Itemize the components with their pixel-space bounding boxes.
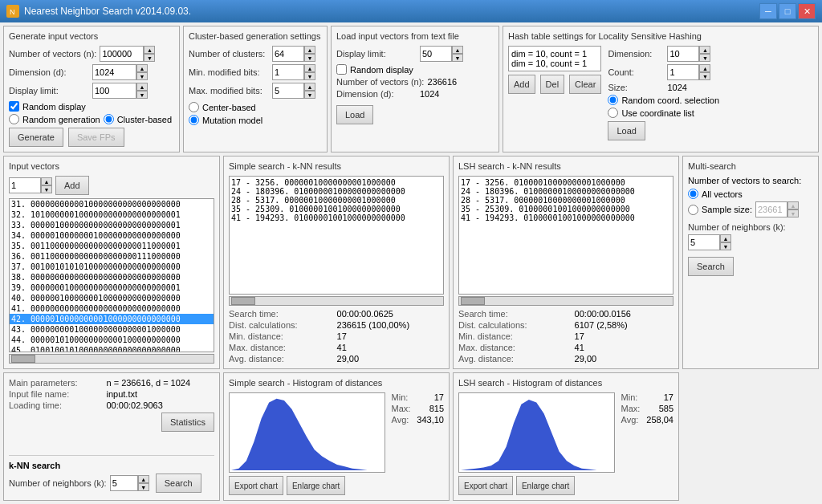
vector-scrollbar-h[interactable] [9, 354, 214, 364]
vector-item[interactable]: 35. 0011000000000000000000011000001 [10, 241, 214, 251]
hash-del-button[interactable]: Del [540, 75, 565, 94]
d-input[interactable] [92, 64, 136, 80]
vector-item[interactable]: 33. 0000010000000000000000000000001 [10, 220, 214, 230]
random-display2-checkbox[interactable] [336, 64, 347, 75]
lsh-results-box[interactable]: 17 - 3256. 0100001000000000100000024 - 1… [458, 176, 673, 295]
hash-count-up[interactable]: ▲ [699, 64, 710, 72]
vector-list[interactable]: 31. 000000000001000000000000000000032. 1… [9, 198, 214, 352]
sample-up[interactable]: ▲ [787, 201, 799, 209]
vector-item[interactable]: 43. 0000000001000000000000001000000 [10, 324, 214, 335]
limit-down[interactable]: ▼ [136, 91, 148, 99]
simple-scrollbar-thumb[interactable] [231, 297, 255, 305]
multi-k-up[interactable]: ▲ [720, 234, 731, 242]
vector-item[interactable]: 41. 0000000000000000000000000000000 [10, 303, 214, 314]
knn-k-input[interactable] [110, 475, 138, 491]
min-bits-up[interactable]: ▲ [304, 64, 315, 72]
close-button[interactable]: ✕ [798, 3, 816, 19]
hash-dim-input[interactable] [667, 46, 699, 62]
vector-add-button[interactable]: Add [55, 176, 89, 195]
max-bits-up[interactable]: ▲ [304, 83, 315, 91]
limit-input[interactable] [92, 83, 136, 99]
cluster-based-radio[interactable] [104, 114, 114, 124]
center-based-radio[interactable] [189, 102, 199, 112]
multi-search-button[interactable]: Search [688, 257, 734, 276]
sample-down[interactable]: ▼ [787, 209, 799, 217]
vector-item[interactable]: 45. 0100100101000000000000000000000 [10, 345, 214, 352]
hash-dim-label: Dimension: [608, 49, 664, 59]
vector-item[interactable]: 39. 0000000100000000000000000000001 [10, 282, 214, 293]
use-coord-list-radio[interactable] [608, 108, 618, 118]
vector-item[interactable]: 34. 0000010000000100000000000000000 [10, 230, 214, 241]
vector-item[interactable]: 44. 0000010100000000000100000000000 [10, 335, 214, 345]
simple-enlarge-button[interactable]: Enlarge chart [287, 476, 345, 495]
vector-item[interactable]: 38. 0000000000000000000000000000000 [10, 272, 214, 282]
all-vectors-radio[interactable] [688, 189, 698, 199]
n-up[interactable]: ▲ [144, 46, 155, 54]
maximize-button[interactable]: □ [779, 3, 796, 19]
vector-nav-input[interactable] [9, 177, 41, 193]
simple-export-button[interactable]: Export chart [229, 476, 283, 495]
d-up[interactable]: ▲ [136, 64, 148, 72]
statistics-button[interactable]: Statistics [161, 413, 214, 432]
random-display-checkbox[interactable] [9, 101, 19, 112]
d-label: Dimension (d): [9, 67, 89, 77]
clusters-up[interactable]: ▲ [304, 46, 315, 54]
title-bar: N Nearest Neighbor Search v2014.09.03. ─… [0, 0, 822, 22]
load-limit-up[interactable]: ▲ [452, 46, 463, 54]
knn-k-up[interactable]: ▲ [138, 475, 149, 483]
vector-item[interactable]: 36. 0011000000000000000000111000000 [10, 251, 214, 262]
max-bits-input[interactable] [272, 83, 304, 99]
vector-item[interactable]: 40. 0000001000000010000000000000000 [10, 293, 214, 303]
mutation-model-radio[interactable] [189, 115, 199, 125]
d-down[interactable]: ▼ [136, 72, 148, 80]
vector-scrollbar-thumb[interactable] [11, 355, 35, 363]
knn-search-button[interactable]: Search [156, 474, 201, 493]
multi-k-input[interactable] [688, 234, 720, 250]
hash-count-input[interactable] [667, 64, 699, 80]
min-bits-input[interactable] [272, 64, 304, 80]
vector-nav-down[interactable]: ▼ [41, 185, 52, 193]
lsh-hist-max-label: Max: [621, 404, 641, 413]
simple-dist-calc-label: Dist. calculations: [229, 320, 332, 330]
random-coord-radio[interactable] [608, 95, 618, 105]
vector-item[interactable]: 37. 0010010101010000000000000000000 [10, 262, 214, 272]
clusters-input[interactable] [272, 46, 304, 62]
vector-item[interactable]: 31. 0000000000010000000000000000000 [10, 199, 214, 209]
simple-results-box[interactable]: 17 - 3256. 0000001000000000100000024 - 1… [229, 176, 444, 295]
minimize-button[interactable]: ─ [759, 3, 777, 19]
min-bits-down[interactable]: ▼ [304, 72, 315, 80]
load-button[interactable]: Load [336, 105, 373, 124]
knn-k-down[interactable]: ▼ [138, 483, 149, 491]
lsh-scrollbar-thumb[interactable] [461, 297, 485, 305]
max-bits-down[interactable]: ▼ [304, 91, 315, 99]
hash-dim-down[interactable]: ▼ [699, 54, 710, 62]
limit-up[interactable]: ▲ [136, 83, 148, 91]
clusters-down[interactable]: ▼ [304, 54, 315, 62]
save-fps-button[interactable]: Save FPs [68, 128, 124, 147]
simple-min-label: Min. distance: [229, 331, 332, 341]
random-gen-radio[interactable] [9, 114, 19, 124]
hash-add-button[interactable]: Add [508, 75, 535, 94]
lsh-hist-min-label: Min: [621, 392, 638, 402]
generate-button[interactable]: Generate [9, 128, 63, 147]
n-down[interactable]: ▼ [144, 54, 155, 62]
lsh-scrollbar-h[interactable] [458, 296, 673, 306]
lsh-export-button[interactable]: Export chart [458, 476, 513, 495]
lsh-enlarge-button[interactable]: Enlarge chart [516, 476, 575, 495]
hash-clear-button[interactable]: Clear [569, 75, 601, 94]
vector-nav-up[interactable]: ▲ [41, 177, 52, 185]
sample-size-radio[interactable] [688, 205, 698, 215]
load-limit-input[interactable] [420, 46, 452, 62]
hash-load-button[interactable]: Load [608, 121, 645, 140]
multi-k-down[interactable]: ▼ [720, 242, 731, 250]
vector-item[interactable]: 32. 1010000001000000000000000000001 [10, 209, 214, 220]
sample-size-input[interactable] [755, 201, 787, 217]
load-limit-down[interactable]: ▼ [452, 54, 463, 62]
random-gen-label: Random generation [22, 115, 100, 124]
n-input[interactable] [100, 46, 144, 62]
hash-count-down[interactable]: ▼ [699, 72, 710, 80]
vector-item[interactable]: 42. 0000010000000001000000000000000 [10, 314, 214, 324]
simple-hist-min-value: 17 [434, 392, 444, 402]
simple-scrollbar-h[interactable] [229, 296, 444, 306]
hash-dim-up[interactable]: ▲ [699, 46, 710, 54]
